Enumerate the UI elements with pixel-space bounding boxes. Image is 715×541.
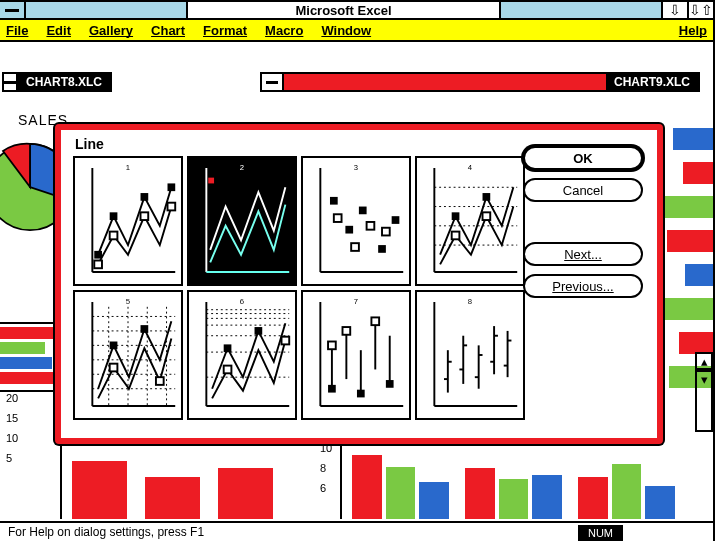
scroll-up-icon[interactable]: ▴ (697, 354, 711, 370)
svg-rect-83 (371, 317, 379, 325)
svg-rect-27 (382, 228, 390, 236)
chart-type-grid: 1 2 (73, 156, 525, 420)
menu-chart[interactable]: Chart (151, 23, 185, 38)
hi-lo-icon: 7 (303, 292, 409, 418)
svg-rect-36 (483, 193, 491, 201)
svg-text:5: 5 (126, 297, 130, 306)
menu-edit[interactable]: Edit (46, 23, 71, 38)
previous-label: Previous... (552, 279, 613, 294)
svg-text:8: 8 (468, 297, 472, 306)
svg-text:1: 1 (126, 163, 130, 172)
dialog-title: Line (75, 136, 104, 152)
svg-text:3: 3 (354, 163, 358, 172)
svg-rect-24 (334, 214, 342, 222)
svg-rect-82 (343, 327, 351, 335)
svg-rect-9 (110, 232, 118, 240)
svg-rect-81 (328, 342, 336, 350)
chart-option-1[interactable]: 1 (73, 156, 183, 286)
svg-rect-25 (351, 243, 359, 251)
cancel-button[interactable]: Cancel (523, 178, 643, 202)
svg-rect-5 (110, 212, 118, 220)
ok-button[interactable]: OK (523, 146, 643, 170)
menu-gallery[interactable]: Gallery (89, 23, 133, 38)
dialog-buttons: OK Cancel Next... Previous... (523, 146, 643, 298)
svg-text:4: 4 (468, 163, 473, 172)
svg-rect-7 (168, 183, 176, 191)
bg-bar-chart-2 (340, 442, 685, 519)
svg-text:2: 2 (240, 163, 244, 172)
tick-label: 6 (320, 482, 332, 502)
menu-help[interactable]: Help (679, 23, 707, 38)
svg-rect-15 (208, 178, 214, 184)
svg-rect-6 (141, 193, 149, 201)
doc-window-chart9[interactable]: CHART9.XLC (260, 72, 700, 92)
titlebar: Microsoft Excel ⇩ ⇩⇧ (0, 0, 713, 20)
tick-label: 10 (320, 442, 332, 462)
doc-title-chart9: CHART9.XLC (606, 74, 698, 90)
bg-hbar-chart-right (663, 122, 713, 382)
line-markers-densegrid-icon: 5 (75, 292, 181, 418)
svg-rect-38 (483, 212, 491, 220)
svg-rect-22 (378, 245, 386, 253)
chart-option-2[interactable]: 2 (187, 156, 297, 286)
chart-option-5[interactable]: 5 (73, 290, 183, 420)
svg-rect-54 (110, 364, 118, 372)
chart-option-8[interactable]: 8 (415, 290, 525, 420)
bg-bar-chart-1 (60, 442, 320, 519)
svg-rect-53 (141, 325, 149, 333)
line-markers-icon: 1 (75, 158, 181, 284)
doc-active-stripe (284, 74, 606, 90)
menu-file[interactable]: File (6, 23, 28, 38)
minimize-icon[interactable]: ⇩ (661, 2, 687, 18)
doc-title-chart8: CHART8.XLC (18, 75, 110, 89)
next-button[interactable]: Next... (523, 242, 643, 266)
chart-option-3[interactable]: 3 (301, 156, 411, 286)
doc-sysmenu-icon[interactable] (262, 74, 284, 90)
svg-rect-8 (94, 261, 102, 269)
system-menu-icon[interactable] (0, 2, 26, 18)
tick-label: 5 (6, 452, 66, 472)
menu-macro[interactable]: Macro (265, 23, 303, 38)
menu-window[interactable]: Window (321, 23, 371, 38)
svg-rect-11 (168, 203, 176, 211)
svg-rect-79 (357, 390, 365, 398)
svg-text:7: 7 (354, 297, 358, 306)
bg-axis-right: 10 8 6 (320, 442, 332, 502)
status-text: For Help on dialog settings, press F1 (8, 525, 204, 539)
lines-only-icon: 2 (189, 158, 295, 284)
doc-sysmenu-icon[interactable] (4, 74, 18, 90)
svg-rect-20 (345, 226, 353, 234)
next-label: Next... (564, 247, 602, 262)
scroll-down-icon[interactable]: ▾ (697, 370, 711, 386)
scrollbar[interactable]: ▴ ▾ (695, 352, 713, 432)
maximize-icon[interactable]: ⇩⇧ (687, 2, 713, 18)
svg-rect-26 (367, 222, 375, 230)
svg-rect-66 (224, 344, 232, 352)
chart-option-6[interactable]: 6 (187, 290, 297, 420)
tick-label: 8 (320, 462, 332, 482)
svg-rect-67 (255, 327, 263, 335)
menu-format[interactable]: Format (203, 23, 247, 38)
svg-rect-10 (141, 212, 149, 220)
svg-rect-78 (328, 385, 336, 393)
svg-rect-52 (110, 342, 118, 350)
line-markers-loggrid-icon: 6 (189, 292, 295, 418)
svg-rect-80 (386, 380, 394, 388)
app-title: Microsoft Excel (186, 2, 501, 18)
chart-option-4[interactable]: 4 (415, 156, 525, 286)
workspace: CHART8.XLC CHART9.XLC SALES ▴ ▾ 20 15 10 (0, 42, 713, 519)
svg-rect-4 (94, 251, 102, 259)
svg-rect-23 (392, 216, 400, 224)
gallery-line-dialog: Line 1 2 (55, 124, 663, 444)
previous-button[interactable]: Previous... (523, 274, 643, 298)
svg-rect-21 (359, 207, 367, 215)
svg-rect-55 (156, 377, 164, 385)
svg-rect-37 (452, 232, 460, 240)
chart-option-7[interactable]: 7 (301, 290, 411, 420)
svg-text:6: 6 (240, 297, 244, 306)
menubar: File Edit Gallery Chart Format Macro Win… (0, 20, 713, 42)
markers-only-icon: 3 (303, 158, 409, 284)
svg-rect-68 (224, 366, 232, 374)
doc-window-chart8[interactable]: CHART8.XLC (2, 72, 112, 92)
svg-rect-69 (282, 337, 290, 345)
